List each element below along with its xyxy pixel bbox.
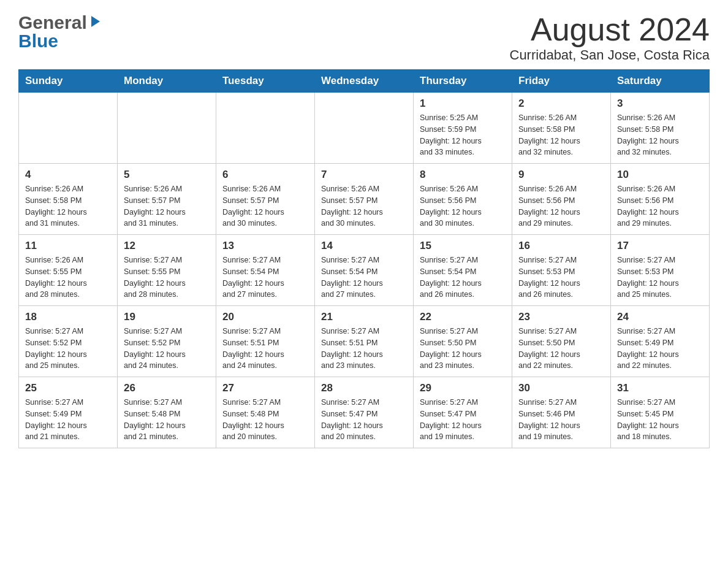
day-info: Sunrise: 5:26 AM Sunset: 5:57 PM Dayligh… [124,183,210,229]
calendar-cell: 20Sunrise: 5:27 AM Sunset: 5:51 PM Dayli… [216,306,315,377]
col-thursday: Thursday [414,70,512,93]
calendar-cell: 9Sunrise: 5:26 AM Sunset: 5:56 PM Daylig… [512,164,611,235]
calendar-cell [315,93,414,164]
calendar-cell [216,93,315,164]
title-area: August 2024 Curridabat, San Jose, Costa … [510,12,710,63]
day-info: Sunrise: 5:27 AM Sunset: 5:47 PM Dayligh… [321,397,407,443]
day-info: Sunrise: 5:27 AM Sunset: 5:52 PM Dayligh… [25,326,111,372]
calendar-cell: 22Sunrise: 5:27 AM Sunset: 5:50 PM Dayli… [414,306,512,377]
calendar-table: Sunday Monday Tuesday Wednesday Thursday… [18,69,710,448]
day-info: Sunrise: 5:26 AM Sunset: 5:58 PM Dayligh… [617,112,703,158]
col-friday: Friday [512,70,611,93]
calendar-cell: 5Sunrise: 5:26 AM Sunset: 5:57 PM Daylig… [118,164,216,235]
week-row-2: 4Sunrise: 5:26 AM Sunset: 5:58 PM Daylig… [19,164,710,235]
day-number: 22 [420,311,506,323]
day-number: 13 [222,240,308,252]
calendar-cell: 8Sunrise: 5:26 AM Sunset: 5:56 PM Daylig… [414,164,512,235]
calendar-cell: 2Sunrise: 5:26 AM Sunset: 5:58 PM Daylig… [512,93,611,164]
day-info: Sunrise: 5:26 AM Sunset: 5:58 PM Dayligh… [518,112,604,158]
day-number: 10 [617,169,703,181]
logo-blue-text: Blue [18,31,58,52]
day-info: Sunrise: 5:26 AM Sunset: 5:56 PM Dayligh… [518,183,604,229]
day-number: 2 [518,98,604,110]
calendar-cell: 28Sunrise: 5:27 AM Sunset: 5:47 PM Dayli… [315,377,414,448]
day-number: 12 [124,240,210,252]
calendar-cell: 6Sunrise: 5:26 AM Sunset: 5:57 PM Daylig… [216,164,315,235]
day-number: 9 [518,169,604,181]
day-info: Sunrise: 5:27 AM Sunset: 5:55 PM Dayligh… [124,255,210,301]
calendar-cell: 26Sunrise: 5:27 AM Sunset: 5:48 PM Dayli… [118,377,216,448]
day-number: 4 [25,169,111,181]
day-number: 11 [25,240,111,252]
day-number: 30 [518,382,604,394]
day-number: 21 [321,311,407,323]
calendar-cell: 1Sunrise: 5:25 AM Sunset: 5:59 PM Daylig… [414,93,512,164]
calendar-cell: 7Sunrise: 5:26 AM Sunset: 5:57 PM Daylig… [315,164,414,235]
calendar-cell: 12Sunrise: 5:27 AM Sunset: 5:55 PM Dayli… [118,235,216,306]
day-info: Sunrise: 5:27 AM Sunset: 5:54 PM Dayligh… [420,255,506,301]
day-number: 16 [518,240,604,252]
day-number: 17 [617,240,703,252]
week-row-4: 18Sunrise: 5:27 AM Sunset: 5:52 PM Dayli… [19,306,710,377]
day-number: 25 [25,382,111,394]
day-info: Sunrise: 5:27 AM Sunset: 5:49 PM Dayligh… [25,397,111,443]
day-info: Sunrise: 5:27 AM Sunset: 5:45 PM Dayligh… [617,397,703,443]
calendar-cell: 21Sunrise: 5:27 AM Sunset: 5:51 PM Dayli… [315,306,414,377]
calendar-cell: 15Sunrise: 5:27 AM Sunset: 5:54 PM Dayli… [414,235,512,306]
day-number: 18 [25,311,111,323]
col-sunday: Sunday [19,70,118,93]
calendar-cell: 23Sunrise: 5:27 AM Sunset: 5:50 PM Dayli… [512,306,611,377]
calendar-cell: 3Sunrise: 5:26 AM Sunset: 5:58 PM Daylig… [611,93,710,164]
day-info: Sunrise: 5:27 AM Sunset: 5:51 PM Dayligh… [222,326,308,372]
day-info: Sunrise: 5:25 AM Sunset: 5:59 PM Dayligh… [420,112,506,158]
calendar-cell [118,93,216,164]
col-monday: Monday [118,70,216,93]
calendar-cell: 10Sunrise: 5:26 AM Sunset: 5:56 PM Dayli… [611,164,710,235]
day-number: 5 [124,169,210,181]
logo-triangle-icon [88,15,102,28]
page-header: General Blue August 2024 Curridabat, San… [18,12,710,63]
calendar-cell: 19Sunrise: 5:27 AM Sunset: 5:52 PM Dayli… [118,306,216,377]
calendar-cell: 31Sunrise: 5:27 AM Sunset: 5:45 PM Dayli… [611,377,710,448]
week-row-3: 11Sunrise: 5:26 AM Sunset: 5:55 PM Dayli… [19,235,710,306]
day-number: 7 [321,169,407,181]
day-number: 24 [617,311,703,323]
day-info: Sunrise: 5:27 AM Sunset: 5:53 PM Dayligh… [518,255,604,301]
day-info: Sunrise: 5:27 AM Sunset: 5:52 PM Dayligh… [124,326,210,372]
day-info: Sunrise: 5:27 AM Sunset: 5:48 PM Dayligh… [124,397,210,443]
day-number: 15 [420,240,506,252]
day-info: Sunrise: 5:27 AM Sunset: 5:49 PM Dayligh… [617,326,703,372]
week-row-1: 1Sunrise: 5:25 AM Sunset: 5:59 PM Daylig… [19,93,710,164]
calendar-cell [19,93,118,164]
calendar-cell: 13Sunrise: 5:27 AM Sunset: 5:54 PM Dayli… [216,235,315,306]
day-number: 26 [124,382,210,394]
calendar-cell: 14Sunrise: 5:27 AM Sunset: 5:54 PM Dayli… [315,235,414,306]
day-info: Sunrise: 5:27 AM Sunset: 5:53 PM Dayligh… [617,255,703,301]
day-number: 28 [321,382,407,394]
day-number: 1 [420,98,506,110]
logo-general-text: General [18,12,87,33]
day-number: 27 [222,382,308,394]
calendar-cell: 18Sunrise: 5:27 AM Sunset: 5:52 PM Dayli… [19,306,118,377]
day-info: Sunrise: 5:27 AM Sunset: 5:54 PM Dayligh… [222,255,308,301]
day-info: Sunrise: 5:27 AM Sunset: 5:51 PM Dayligh… [321,326,407,372]
day-number: 14 [321,240,407,252]
day-info: Sunrise: 5:26 AM Sunset: 5:56 PM Dayligh… [420,183,506,229]
calendar-header-row: Sunday Monday Tuesday Wednesday Thursday… [19,70,710,93]
day-info: Sunrise: 5:26 AM Sunset: 5:58 PM Dayligh… [25,183,111,229]
location-label: Curridabat, San Jose, Costa Rica [510,47,710,63]
col-saturday: Saturday [611,70,710,93]
day-number: 19 [124,311,210,323]
day-info: Sunrise: 5:27 AM Sunset: 5:48 PM Dayligh… [222,397,308,443]
col-tuesday: Tuesday [216,70,315,93]
day-info: Sunrise: 5:26 AM Sunset: 5:55 PM Dayligh… [25,255,111,301]
day-number: 29 [420,382,506,394]
logo: General Blue [18,12,102,52]
day-info: Sunrise: 5:27 AM Sunset: 5:46 PM Dayligh… [518,397,604,443]
calendar-cell: 17Sunrise: 5:27 AM Sunset: 5:53 PM Dayli… [611,235,710,306]
day-info: Sunrise: 5:26 AM Sunset: 5:57 PM Dayligh… [222,183,308,229]
day-number: 23 [518,311,604,323]
day-number: 20 [222,311,308,323]
calendar-cell: 4Sunrise: 5:26 AM Sunset: 5:58 PM Daylig… [19,164,118,235]
svg-marker-0 [91,16,100,27]
